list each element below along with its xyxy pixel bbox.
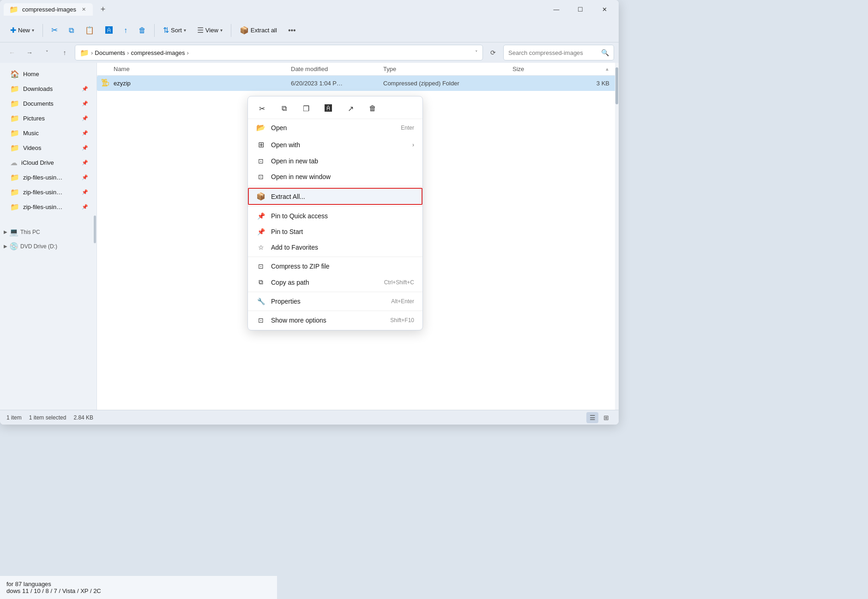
file-date: 6/20/2023 1:04 P… bbox=[291, 80, 383, 87]
main-content: 🏠 Home 📁 Downloads 📌 📁 Documents 📌 📁 Pic… bbox=[0, 63, 619, 410]
up-button[interactable]: ↑ bbox=[57, 45, 72, 60]
ctx-rename-button[interactable]: 🅰 bbox=[321, 101, 336, 116]
share-button[interactable]: ↑ bbox=[119, 24, 132, 37]
col-date-header: Date modified bbox=[291, 66, 383, 72]
zip2-label: zip-files-usin… bbox=[23, 189, 62, 196]
sidebar-item-zip1[interactable]: 📁 zip-files-usin… 📌 bbox=[2, 170, 95, 185]
recent-locations-button[interactable]: ˅ bbox=[40, 45, 54, 60]
cut-button[interactable]: ✂ bbox=[47, 23, 62, 38]
ctx-pin-start-item[interactable]: 📌 Pin to Start bbox=[248, 224, 422, 240]
sidebar-item-zip3[interactable]: 📁 zip-files-usin… 📌 bbox=[2, 200, 95, 214]
sort-icon: ⇅ bbox=[163, 26, 169, 35]
new-button[interactable]: ✚ New ▾ bbox=[6, 23, 39, 37]
breadcrumb[interactable]: 📁 › Documents › compressed-images › ˅ bbox=[75, 45, 483, 60]
documents-label: Documents bbox=[23, 100, 54, 107]
ctx-cut-button[interactable]: ✂ bbox=[254, 101, 269, 116]
ctx-open-new-window-label: Open in new window bbox=[271, 173, 331, 180]
forward-button[interactable]: → bbox=[22, 45, 37, 60]
sidebar-item-pictures[interactable]: 📁 Pictures 📌 bbox=[2, 111, 95, 126]
ctx-favorites-label: Add to Favorites bbox=[271, 244, 318, 251]
ctx-pin-quick-icon: 📌 bbox=[256, 212, 265, 220]
sidebar-item-music[interactable]: 📁 Music 📌 bbox=[2, 126, 95, 140]
breadcrumb-documents[interactable]: Documents bbox=[95, 49, 125, 56]
ctx-paste-button[interactable]: ❐ bbox=[299, 101, 313, 116]
extract-icon: 📦 bbox=[240, 26, 249, 35]
sidebar-scrollbar[interactable] bbox=[94, 86, 96, 410]
view-icon: ☰ bbox=[197, 26, 204, 35]
active-tab[interactable]: 📁 compressed-images ✕ bbox=[4, 3, 93, 16]
ctx-copy-path-shortcut: Ctrl+Shift+C bbox=[384, 279, 414, 286]
ctx-extract-icon: 📦 bbox=[256, 192, 265, 201]
extract-all-button[interactable]: 📦 Extract all bbox=[235, 23, 282, 37]
this-pc-section[interactable]: ▶ 💻 This PC bbox=[0, 224, 96, 238]
ctx-pin-quick-label: Pin to Quick access bbox=[271, 212, 328, 220]
ctx-separator-1 bbox=[248, 186, 422, 186]
sort-button[interactable]: ⇅ Sort ▾ bbox=[158, 23, 191, 37]
ctx-extract-all-item[interactable]: 📦 Extract All... bbox=[248, 188, 422, 205]
pictures-icon: 📁 bbox=[10, 114, 19, 123]
sidebar-item-home[interactable]: 🏠 Home bbox=[2, 67, 95, 81]
toolbar-separator-1 bbox=[42, 24, 43, 37]
file-list-scrollbar[interactable] bbox=[615, 63, 619, 410]
ctx-properties-item[interactable]: 🔧 Properties Alt+Enter bbox=[248, 294, 422, 309]
sidebar-item-downloads[interactable]: 📁 Downloads 📌 bbox=[2, 82, 95, 96]
rename-icon: 🅰 bbox=[105, 26, 113, 35]
more-button[interactable]: ••• bbox=[283, 24, 301, 37]
search-input[interactable] bbox=[508, 49, 598, 56]
sidebar-item-documents[interactable]: 📁 Documents 📌 bbox=[2, 96, 95, 111]
ctx-open-new-tab-item[interactable]: ⊡ Open in new tab bbox=[248, 153, 422, 169]
videos-label: Videos bbox=[23, 144, 42, 151]
ctx-show-more-item[interactable]: ⊡ Show more options Shift+F10 bbox=[248, 312, 422, 328]
sidebar-item-icloud[interactable]: ☁ iCloud Drive 📌 bbox=[2, 156, 95, 170]
bottom-line-2: dows 11 / 10 / 8 / 7 / Vista / XP / 2C bbox=[6, 587, 271, 594]
item-selected: 1 item selected bbox=[29, 414, 66, 421]
close-button[interactable]: ✕ bbox=[594, 2, 615, 17]
ctx-pin-quick-item[interactable]: 📌 Pin to Quick access bbox=[248, 208, 422, 224]
ctx-open-new-window-item[interactable]: ⊡ Open in new window bbox=[248, 169, 422, 185]
ctx-open-new-window-icon: ⊡ bbox=[256, 173, 265, 180]
list-view-button[interactable]: ☰ bbox=[586, 412, 598, 423]
back-button[interactable]: ← bbox=[5, 45, 19, 60]
delete-button[interactable]: 🗑 bbox=[134, 24, 151, 37]
sort-chevron-icon: ▾ bbox=[184, 28, 186, 33]
copy-button[interactable]: ⧉ bbox=[64, 24, 78, 37]
ctx-copy-path-item[interactable]: ⧉ Copy as path Ctrl+Shift+C bbox=[248, 274, 422, 290]
view-button[interactable]: ☰ View ▾ bbox=[193, 23, 227, 37]
sidebar-scrollbar-thumb[interactable] bbox=[94, 216, 96, 243]
ctx-delete-button[interactable]: 🗑 bbox=[365, 101, 380, 116]
dvd-chevron-icon: ▶ bbox=[4, 244, 7, 249]
sidebar-item-videos[interactable]: 📁 Videos 📌 bbox=[2, 141, 95, 155]
ctx-share-button[interactable]: ↗ bbox=[343, 101, 358, 116]
ctx-show-more-icon: ⊡ bbox=[256, 317, 265, 324]
table-row[interactable]: 🗜 ezyzip 6/20/2023 1:04 P… Compressed (z… bbox=[97, 76, 619, 91]
pin-icon: 📌 bbox=[82, 86, 88, 92]
file-list-scrollbar-thumb[interactable] bbox=[615, 67, 618, 104]
column-headers: Name Date modified Type Size ▲ bbox=[97, 63, 619, 76]
ctx-copy-path-icon: ⧉ bbox=[256, 278, 265, 286]
file-explorer-window: 📁 compressed-images ✕ + — ☐ ✕ ✚ New ▾ ✂ … bbox=[0, 0, 619, 425]
ctx-open-icon: 📂 bbox=[256, 123, 265, 132]
pin-icon-3: 📌 bbox=[82, 115, 88, 121]
ctx-open-with-icon: ⊞ bbox=[256, 140, 265, 149]
new-tab-button[interactable]: + bbox=[96, 3, 109, 16]
home-icon: 🏠 bbox=[10, 70, 19, 78]
breadcrumb-compressed-images[interactable]: compressed-images bbox=[131, 49, 185, 56]
dvd-section[interactable]: ▶ 💿 DVD Drive (D:) bbox=[0, 238, 96, 252]
refresh-button[interactable]: ⟳ bbox=[486, 45, 500, 60]
ctx-compress-item[interactable]: ⊡ Compress to ZIP file bbox=[248, 258, 422, 274]
videos-icon: 📁 bbox=[10, 144, 19, 152]
ctx-open-item[interactable]: 📂 Open Enter bbox=[248, 119, 422, 136]
ctx-open-with-item[interactable]: ⊞ Open with › bbox=[248, 136, 422, 153]
ctx-favorites-item[interactable]: ☆ Add to Favorites bbox=[248, 240, 422, 255]
breadcrumb-dropdown-button[interactable]: ˅ bbox=[475, 50, 478, 56]
tab-close-button[interactable]: ✕ bbox=[80, 6, 87, 13]
paste-button[interactable]: 📋 bbox=[80, 23, 99, 37]
rename-button[interactable]: 🅰 bbox=[101, 24, 117, 37]
ctx-copy-button[interactable]: ⧉ bbox=[277, 101, 291, 116]
window-controls: — ☐ ✕ bbox=[546, 2, 615, 17]
maximize-button[interactable]: ☐ bbox=[570, 2, 591, 17]
zip3-label: zip-files-usin… bbox=[23, 204, 62, 210]
grid-view-button[interactable]: ⊞ bbox=[600, 412, 612, 423]
sidebar-item-zip2[interactable]: 📁 zip-files-usin… 📌 bbox=[2, 185, 95, 199]
minimize-button[interactable]: — bbox=[546, 2, 567, 17]
